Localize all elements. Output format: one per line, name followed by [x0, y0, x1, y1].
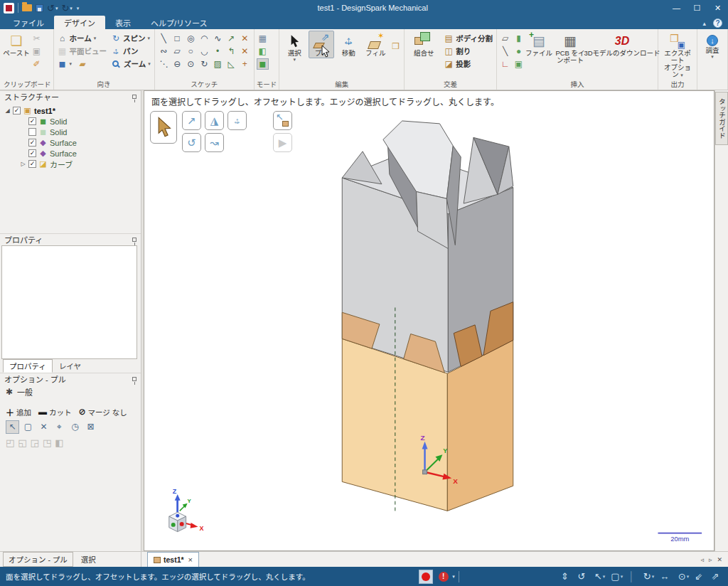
tab-options-pull[interactable]: オプション - プル [3, 552, 73, 567]
sketch-tool-icon[interactable]: ∾ [157, 45, 171, 58]
sketch-tool-icon[interactable]: ◎ [184, 32, 198, 45]
pull-direction-button[interactable]: ↖ [273, 111, 292, 130]
visibility-checkbox[interactable]: ✓ [13, 107, 21, 114]
tree-item[interactable]: ▷ ✓ ◪ カーブ [0, 159, 141, 169]
pull-option-icon[interactable]: ⊠ [84, 420, 97, 434]
visibility-checkbox[interactable]: ✓ [28, 117, 36, 125]
status-tool-icon[interactable]: ↔▾ [660, 571, 673, 582]
status-tool-icon[interactable]: │▾ [628, 571, 638, 582]
combine-button[interactable]: 組合せ [407, 31, 441, 58]
pin-icon[interactable] [132, 238, 136, 242]
tab-list-close-icon[interactable]: ✕ [717, 556, 722, 563]
view-style-button[interactable]: ◼▾▰ [56, 58, 109, 70]
pull-option-icon[interactable]: ↖ [6, 420, 19, 434]
pull-option-icon[interactable]: ⌖ [53, 420, 66, 434]
status-tool-icon[interactable]: ▢▾ [611, 571, 623, 582]
sketch-tool-icon[interactable]: ▨ [211, 58, 225, 70]
spin-button[interactable]: ↻スピン▾ [109, 32, 152, 44]
pin-icon[interactable] [132, 95, 136, 99]
pull-box-icon[interactable]: ◧ [55, 437, 63, 448]
format-painter-icon[interactable]: ✐ [31, 58, 43, 70]
tree-item[interactable]: ✓ ◼ Solid [0, 116, 141, 127]
save-button[interactable] [36, 4, 43, 12]
split-body-button[interactable]: ▤ボディ分割 [442, 32, 494, 44]
merge-option[interactable]: ＋追加 [6, 406, 31, 418]
options-general[interactable]: ✱ 一般 [0, 385, 141, 399]
tab-properties[interactable]: プロパティ [3, 359, 53, 373]
insert-file-button[interactable]: ▤+ ファイル [526, 31, 552, 58]
status-tool-icon[interactable]: ↺▾ [578, 571, 589, 582]
collapse-ribbon-icon[interactable]: ▴ [702, 20, 706, 27]
revolve-button[interactable]: ↺ [182, 133, 201, 152]
undo-button[interactable]: ↺▾ [47, 4, 58, 13]
fill-tool-button[interactable]: ✶ フィル [363, 31, 388, 58]
pull-box-icon[interactable]: ◲ [31, 437, 39, 448]
visibility-checkbox[interactable]: ✓ [28, 149, 36, 157]
move-tool-button[interactable]: ↔↕ 移動 [336, 31, 361, 58]
pull-option-icon[interactable]: ▢ [21, 420, 35, 434]
sketch-tool-icon[interactable]: ◺ [225, 58, 238, 70]
cut-icon[interactable]: ✂ [31, 33, 43, 44]
tree-item[interactable]: ✓ ◆ Surface [0, 137, 141, 148]
home-view-button[interactable]: ⌂ホーム▾ [56, 32, 109, 44]
sketch-tool-icon[interactable]: ✕ [238, 45, 252, 58]
status-tool-icon[interactable]: ↖▾ [594, 571, 605, 582]
sketch-mode-icon[interactable]: ▦ [257, 33, 269, 44]
select-mode-button[interactable] [150, 111, 177, 144]
status-tool-icon[interactable]: ⊙▾ [678, 571, 689, 582]
tree-item[interactable]: ✓ ◆ Surface [0, 148, 141, 159]
copy-icon[interactable]: ▣ [31, 46, 43, 57]
pull-box-icon[interactable]: ◰ [6, 437, 14, 448]
sketch-tool-icon[interactable]: ⊖ [171, 58, 184, 70]
sketch-tool-icon[interactable]: ⊙ [184, 58, 198, 70]
sketch-tool-icon[interactable]: ✕ [238, 32, 252, 45]
error-indicator[interactable]: !▾ [439, 572, 449, 582]
sketch-tool-icon[interactable]: + [238, 58, 252, 70]
investigate-button[interactable]: ↓ 調査 ▾ [700, 31, 725, 61]
shell-icon[interactable]: ▣ [513, 58, 525, 70]
paste-button[interactable]: ❏ ペースト [4, 31, 29, 58]
export-options-button[interactable]: ❒▣ エクスポートオプション ▾ [660, 31, 695, 80]
plane-icon[interactable]: ▱ [499, 33, 511, 44]
split-face-button[interactable]: ◫割り [442, 45, 494, 57]
pull-box-icon[interactable]: ◳ [43, 437, 51, 448]
pin-icon[interactable] [132, 377, 136, 381]
close-button[interactable]: ✕ [707, 0, 728, 16]
plan-view-button[interactable]: ▦平面ビュー [56, 45, 109, 57]
sketch-tool-icon[interactable]: ↰ [225, 45, 238, 58]
sketch-tool-icon[interactable]: ○ [184, 45, 198, 58]
sketch-tool-icon[interactable]: ◠ [198, 32, 211, 45]
app-logo-icon[interactable] [4, 3, 14, 14]
expander-icon[interactable]: ▷ [20, 161, 26, 167]
axis-icon[interactable]: ╲ [499, 46, 511, 57]
pull-option-icon[interactable]: ◷ [68, 420, 82, 434]
sketch-tool-icon[interactable]: ↻ [198, 58, 211, 70]
sketch-tool-icon[interactable]: □ [171, 32, 184, 45]
pull-box-icon[interactable]: ◱ [18, 437, 26, 448]
visibility-checkbox[interactable]: ✓ [28, 160, 36, 168]
tree-item[interactable]: ✓ ◼ Solid [0, 127, 141, 137]
zoom-button[interactable]: ズーム▾ [109, 58, 152, 70]
download-3d-model-button[interactable]: 3D 3Dモデルのダウンロード [589, 31, 655, 58]
status-tool-icon[interactable]: ↻▾ [643, 571, 654, 582]
sketch-tool-icon[interactable]: ↗ [225, 32, 238, 45]
record-button[interactable] [419, 570, 433, 584]
tab-scroll-right-icon[interactable]: ▹ [709, 556, 712, 563]
sketch-tool-icon[interactable]: ▱ [171, 45, 184, 58]
merge-option[interactable]: ⊘マージ なし [79, 407, 127, 417]
viewport-3d[interactable]: 面を選択してドラッグし、オフセットします。エッジの選択してドラッグし、丸くします… [144, 90, 714, 551]
axes-icon[interactable]: ∟ [499, 58, 511, 70]
sketch-tool-icon[interactable]: ⋱ [157, 58, 171, 70]
pan-button[interactable]: ↔↕パン [109, 45, 152, 57]
cylinder-icon[interactable]: ▮ [513, 33, 525, 44]
visibility-checkbox[interactable]: ✓ [28, 128, 36, 136]
merge-option[interactable]: ▬カット [38, 407, 72, 417]
sketch-tool-icon[interactable]: ╲ [157, 32, 171, 45]
document-tab[interactable]: test1* × [147, 552, 199, 567]
snapshot-icon[interactable]: ▰ [77, 59, 87, 69]
section-mode-icon[interactable]: ◧ [257, 46, 269, 57]
sketch-tool-icon[interactable]: ∿ [211, 32, 225, 45]
pull-option-icon[interactable]: ✕ [37, 420, 50, 434]
minimize-button[interactable]: — [666, 0, 687, 16]
pull-arrow-button[interactable]: ↗ [182, 111, 201, 130]
